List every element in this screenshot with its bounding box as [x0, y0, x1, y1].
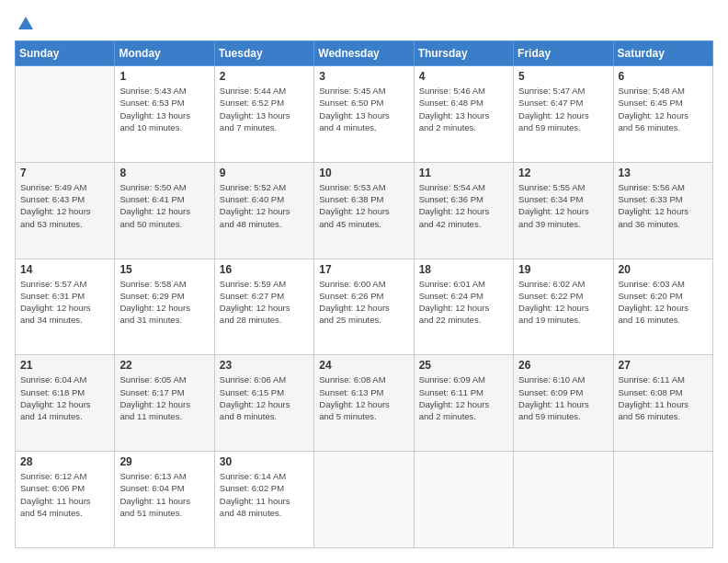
calendar-cell [414, 452, 513, 548]
day-number: 12 [518, 167, 608, 179]
day-number: 28 [20, 455, 109, 468]
day-info: Sunrise: 5:46 AM Sunset: 6:48 PM Dayligh… [419, 85, 508, 133]
day-header-wednesday: Wednesday [314, 41, 414, 66]
day-number: 6 [619, 70, 708, 83]
day-header-thursday: Thursday [414, 41, 513, 66]
calendar-header-row: SundayMondayTuesdayWednesdayThursdayFrid… [16, 41, 713, 66]
calendar-table: SundayMondayTuesdayWednesdayThursdayFrid… [15, 40, 713, 548]
day-info: Sunrise: 6:00 AM Sunset: 6:26 PM Dayligh… [319, 278, 408, 327]
day-number: 4 [419, 70, 508, 83]
day-number: 5 [518, 70, 608, 83]
calendar-cell: 19Sunrise: 6:02 AM Sunset: 6:22 PM Dayli… [514, 259, 613, 355]
calendar-week-row: 7Sunrise: 5:49 AM Sunset: 6:43 PM Daylig… [16, 162, 713, 259]
calendar-week-row: 28Sunrise: 6:12 AM Sunset: 6:06 PM Dayli… [16, 452, 713, 548]
day-info: Sunrise: 6:12 AM Sunset: 6:06 PM Dayligh… [20, 470, 109, 519]
calendar-cell [613, 452, 712, 548]
day-info: Sunrise: 6:02 AM Sunset: 6:22 PM Dayligh… [518, 278, 608, 327]
day-number: 14 [20, 263, 109, 276]
calendar-cell [314, 452, 414, 548]
calendar-cell: 28Sunrise: 6:12 AM Sunset: 6:06 PM Dayli… [16, 452, 115, 548]
calendar-cell: 24Sunrise: 6:08 AM Sunset: 6:13 PM Dayli… [314, 355, 414, 452]
day-info: Sunrise: 5:56 AM Sunset: 6:33 PM Dayligh… [619, 181, 708, 230]
day-info: Sunrise: 5:58 AM Sunset: 6:29 PM Dayligh… [119, 278, 209, 327]
calendar-cell: 1Sunrise: 5:43 AM Sunset: 6:53 PM Daylig… [115, 66, 214, 163]
day-info: Sunrise: 5:57 AM Sunset: 6:31 PM Dayligh… [20, 278, 109, 327]
calendar-cell: 11Sunrise: 5:54 AM Sunset: 6:36 PM Dayli… [414, 162, 513, 259]
day-info: Sunrise: 6:03 AM Sunset: 6:20 PM Dayligh… [619, 278, 708, 327]
calendar-cell: 8Sunrise: 5:50 AM Sunset: 6:41 PM Daylig… [115, 162, 214, 259]
day-number: 8 [119, 167, 209, 179]
day-info: Sunrise: 5:53 AM Sunset: 6:38 PM Dayligh… [319, 181, 408, 230]
logo-icon [17, 15, 35, 33]
day-info: Sunrise: 5:47 AM Sunset: 6:47 PM Dayligh… [518, 85, 608, 133]
calendar-cell: 30Sunrise: 6:14 AM Sunset: 6:02 PM Dayli… [214, 452, 313, 548]
day-info: Sunrise: 6:13 AM Sunset: 6:04 PM Dayligh… [119, 470, 209, 519]
calendar-cell: 10Sunrise: 5:53 AM Sunset: 6:38 PM Dayli… [314, 162, 414, 259]
day-info: Sunrise: 6:11 AM Sunset: 6:08 PM Dayligh… [619, 373, 708, 422]
day-number: 27 [619, 359, 708, 372]
calendar-cell: 27Sunrise: 6:11 AM Sunset: 6:08 PM Dayli… [613, 355, 712, 452]
day-number: 26 [518, 359, 608, 372]
day-header-tuesday: Tuesday [214, 41, 313, 66]
day-number: 19 [518, 263, 608, 276]
calendar-cell: 13Sunrise: 5:56 AM Sunset: 6:33 PM Dayli… [613, 162, 712, 259]
day-number: 30 [220, 455, 309, 468]
day-info: Sunrise: 5:52 AM Sunset: 6:40 PM Dayligh… [220, 181, 309, 230]
calendar-cell: 23Sunrise: 6:06 AM Sunset: 6:15 PM Dayli… [214, 355, 313, 452]
calendar-cell: 18Sunrise: 6:01 AM Sunset: 6:24 PM Dayli… [414, 259, 513, 355]
day-info: Sunrise: 5:43 AM Sunset: 6:53 PM Dayligh… [119, 85, 209, 133]
day-number: 22 [119, 359, 209, 372]
day-info: Sunrise: 6:04 AM Sunset: 6:18 PM Dayligh… [20, 373, 109, 422]
day-info: Sunrise: 6:05 AM Sunset: 6:17 PM Dayligh… [119, 373, 209, 422]
calendar-cell: 6Sunrise: 5:48 AM Sunset: 6:45 PM Daylig… [613, 66, 712, 163]
day-info: Sunrise: 6:01 AM Sunset: 6:24 PM Dayligh… [419, 278, 508, 327]
day-number: 24 [319, 359, 408, 372]
calendar-week-row: 1Sunrise: 5:43 AM Sunset: 6:53 PM Daylig… [16, 66, 713, 163]
day-number: 25 [419, 359, 508, 372]
calendar-cell: 20Sunrise: 6:03 AM Sunset: 6:20 PM Dayli… [613, 259, 712, 355]
calendar-cell: 4Sunrise: 5:46 AM Sunset: 6:48 PM Daylig… [414, 66, 513, 163]
day-info: Sunrise: 6:10 AM Sunset: 6:09 PM Dayligh… [518, 373, 608, 422]
day-number: 2 [220, 70, 309, 83]
day-header-sunday: Sunday [16, 41, 115, 66]
calendar-week-row: 21Sunrise: 6:04 AM Sunset: 6:18 PM Dayli… [16, 355, 713, 452]
calendar-cell: 22Sunrise: 6:05 AM Sunset: 6:17 PM Dayli… [115, 355, 214, 452]
day-number: 1 [119, 70, 209, 83]
day-number: 21 [20, 359, 109, 372]
day-number: 9 [220, 167, 309, 179]
calendar-cell: 7Sunrise: 5:49 AM Sunset: 6:43 PM Daylig… [16, 162, 115, 259]
day-number: 18 [419, 263, 508, 276]
day-number: 16 [220, 263, 309, 276]
svg-marker-0 [18, 17, 33, 29]
day-number: 10 [319, 167, 408, 179]
day-info: Sunrise: 6:14 AM Sunset: 6:02 PM Dayligh… [220, 470, 309, 519]
calendar-cell: 15Sunrise: 5:58 AM Sunset: 6:29 PM Dayli… [115, 259, 214, 355]
day-number: 20 [619, 263, 708, 276]
day-info: Sunrise: 5:59 AM Sunset: 6:27 PM Dayligh… [220, 278, 309, 327]
calendar-cell: 25Sunrise: 6:09 AM Sunset: 6:11 PM Dayli… [414, 355, 513, 452]
calendar-cell: 17Sunrise: 6:00 AM Sunset: 6:26 PM Dayli… [314, 259, 414, 355]
logo [15, 15, 35, 33]
calendar-cell: 5Sunrise: 5:47 AM Sunset: 6:47 PM Daylig… [514, 66, 613, 163]
page: SundayMondayTuesdayWednesdayThursdayFrid… [0, 0, 728, 563]
day-number: 29 [119, 455, 209, 468]
calendar-cell [514, 452, 613, 548]
calendar-cell [16, 66, 115, 163]
day-header-saturday: Saturday [613, 41, 712, 66]
day-header-friday: Friday [514, 41, 613, 66]
day-number: 13 [619, 167, 708, 179]
calendar-cell: 16Sunrise: 5:59 AM Sunset: 6:27 PM Dayli… [214, 259, 313, 355]
day-info: Sunrise: 6:06 AM Sunset: 6:15 PM Dayligh… [220, 373, 309, 422]
day-info: Sunrise: 5:45 AM Sunset: 6:50 PM Dayligh… [319, 85, 408, 133]
day-number: 17 [319, 263, 408, 276]
day-header-monday: Monday [115, 41, 214, 66]
day-info: Sunrise: 5:55 AM Sunset: 6:34 PM Dayligh… [518, 181, 608, 230]
day-info: Sunrise: 5:50 AM Sunset: 6:41 PM Dayligh… [119, 181, 209, 230]
calendar-cell: 3Sunrise: 5:45 AM Sunset: 6:50 PM Daylig… [314, 66, 414, 163]
day-number: 7 [20, 167, 109, 179]
day-info: Sunrise: 5:44 AM Sunset: 6:52 PM Dayligh… [220, 85, 309, 133]
day-number: 23 [220, 359, 309, 372]
day-info: Sunrise: 5:54 AM Sunset: 6:36 PM Dayligh… [419, 181, 508, 230]
day-info: Sunrise: 6:08 AM Sunset: 6:13 PM Dayligh… [319, 373, 408, 422]
day-number: 15 [119, 263, 209, 276]
